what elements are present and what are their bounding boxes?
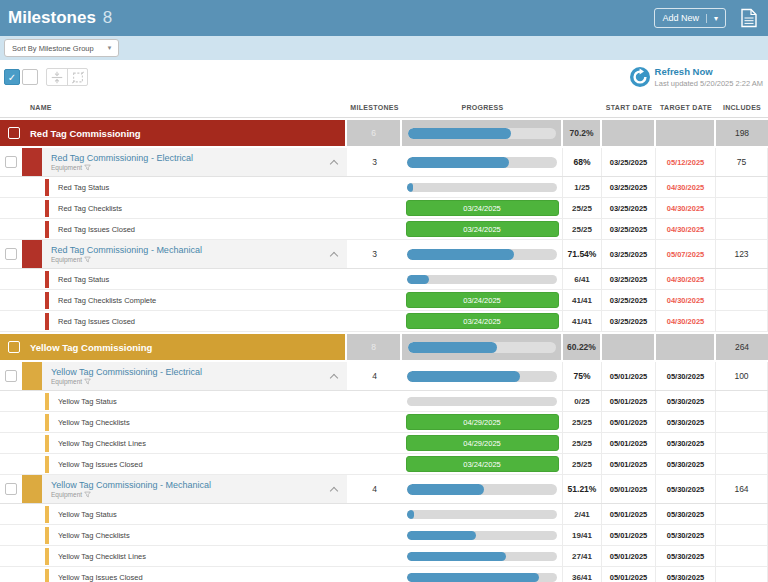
milestone-includes-cell [716, 567, 768, 582]
page-title: Milestones [8, 8, 96, 28]
subgroup-name-link[interactable]: Yellow Tag Commissioning - Mechanical [51, 480, 321, 490]
subgroup-target-date-cell: 05/30/2025 [656, 475, 716, 503]
sort-bar: Sort By Milestone Group ▾ [0, 36, 768, 60]
subgroup-name-link[interactable]: Red Tag Commissioning - Mechanical [51, 245, 321, 255]
subgroup-name-link[interactable]: Yellow Tag Commissioning - Electrical [51, 367, 321, 377]
milestone-fraction: 25/25 [572, 225, 592, 234]
milestone-complete-date: 04/29/2025 [463, 418, 501, 427]
group-checkbox[interactable] [8, 341, 20, 353]
milestone-target-date-cell: 05/30/2025 [656, 433, 716, 453]
group-start-date-cell [602, 334, 656, 360]
milestone-total-count: 8 [103, 8, 112, 28]
milestone-ms-cell [347, 567, 402, 582]
milestone-start-date-cell: 03/25/2025 [602, 269, 656, 289]
milestone-progress-cell: 04/29/2025 [402, 433, 563, 453]
milestone-progress-cell: 03/24/2025 [402, 198, 563, 218]
milestone-fraction: 25/25 [572, 439, 592, 448]
milestone-color-marker [45, 414, 49, 431]
milestone-progress-cell [402, 525, 563, 545]
selection-controls: ✓ [4, 68, 88, 86]
collapse-subgroup-button[interactable] [321, 148, 347, 176]
milestone-target-date: 05/30/2025 [667, 573, 705, 582]
export-report-icon[interactable] [740, 8, 758, 28]
milestone-color-marker [45, 456, 49, 473]
milestone-fraction: 6/41 [574, 275, 590, 284]
funnel-icon [84, 256, 91, 263]
refresh-now-label: Refresh Now [655, 66, 763, 77]
milestone-includes-cell [716, 177, 768, 197]
column-header-target-date: TARGET DATE [656, 104, 716, 111]
collapse-subgroup-button[interactable] [321, 240, 347, 268]
subgroup-start-date: 03/25/2025 [610, 250, 648, 259]
subgroup-row: Yellow Tag Commissioning - Electrical Eq… [0, 362, 768, 391]
subgroup-checkbox[interactable] [5, 483, 17, 495]
group-milestones-cell: 6 [347, 120, 402, 146]
select-all-checkbox[interactable]: ✓ [4, 69, 20, 85]
collapse-subgroup-button[interactable] [321, 475, 347, 503]
milestone-target-date: 05/30/2025 [667, 552, 705, 561]
toolbar: ✓ [0, 60, 768, 98]
milestone-color-marker [45, 569, 49, 582]
milestone-fraction: 19/41 [572, 531, 592, 540]
milestone-target-date-cell: 05/30/2025 [656, 454, 716, 474]
deselect-all-checkbox[interactable] [22, 69, 38, 85]
add-new-button[interactable]: Add New ▾ [654, 8, 726, 28]
equipment-filter[interactable]: Equipment [51, 164, 321, 171]
milestone-includes-cell [716, 311, 768, 331]
milestone-ms-cell [347, 311, 402, 331]
milestone-row: Red Tag Issues Closed 03/24/2025 25/25 0… [0, 219, 768, 240]
milestone-name: Yellow Tag Status [58, 510, 117, 519]
refresh-control[interactable]: Refresh Now Last updated 5/20/2025 2:22 … [630, 66, 763, 88]
group-name-cell[interactable]: Red Tag Commissioning [0, 120, 347, 146]
subgroup-milestone-count: 4 [372, 371, 377, 381]
milestone-complete-pill: 03/24/2025 [406, 292, 559, 308]
group-name: Yellow Tag Commissioning [30, 342, 152, 353]
milestone-progress-cell [402, 177, 563, 197]
collapse-subgroup-button[interactable] [321, 362, 347, 390]
subgroup-checkbox[interactable] [5, 156, 17, 168]
equipment-filter[interactable]: Equipment [51, 491, 321, 498]
milestone-complete-date: 03/24/2025 [463, 225, 501, 234]
equipment-filter[interactable]: Equipment [51, 378, 321, 385]
milestone-start-date: 05/01/2025 [610, 510, 648, 519]
collapse-rows-icon[interactable] [47, 69, 67, 85]
milestone-ms-cell [347, 504, 402, 524]
sort-dropdown[interactable]: Sort By Milestone Group ▾ [4, 39, 119, 57]
milestone-ms-cell [347, 290, 402, 310]
subgroup-percent-cell: 75% [563, 362, 602, 390]
equipment-filter[interactable]: Equipment [51, 256, 321, 263]
milestone-fraction: 41/41 [572, 317, 592, 326]
subgroup-checkbox-gutter [0, 475, 22, 503]
milestone-color-marker [45, 221, 49, 238]
milestone-fraction-cell: 41/41 [563, 290, 602, 310]
milestone-start-date: 05/01/2025 [610, 531, 648, 540]
milestone-complete-pill: 03/24/2025 [406, 221, 559, 237]
subgroup-start-date-cell: 05/01/2025 [602, 475, 656, 503]
milestone-start-date: 05/01/2025 [610, 460, 648, 469]
expand-rows-icon[interactable] [67, 69, 87, 85]
page-header: Milestones 8 Add New ▾ [0, 0, 768, 36]
caret-down-icon: ▾ [706, 14, 718, 23]
milestone-ms-cell [347, 177, 402, 197]
subgroup-checkbox[interactable] [5, 248, 17, 260]
milestone-target-date-cell: 05/30/2025 [656, 525, 716, 545]
milestone-target-date-cell: 05/30/2025 [656, 412, 716, 432]
milestone-fraction: 25/25 [572, 460, 592, 469]
milestone-target-date: 04/30/2025 [667, 204, 705, 213]
milestone-complete-pill: 03/24/2025 [406, 200, 559, 216]
milestone-start-date-cell: 03/25/2025 [602, 198, 656, 218]
subgroup-checkbox[interactable] [5, 370, 17, 382]
group-checkbox[interactable] [8, 127, 20, 139]
subgroup-name-link[interactable]: Red Tag Commissioning - Electrical [51, 153, 321, 163]
group-name-cell[interactable]: Yellow Tag Commissioning [0, 334, 347, 360]
milestone-table-body: Red Tag Commissioning 6 70.2% 198 Red Ta… [0, 120, 768, 582]
milestone-includes-cell [716, 219, 768, 239]
milestone-fraction: 25/25 [572, 418, 592, 427]
milestone-includes-cell [716, 198, 768, 218]
milestone-name: Red Tag Issues Closed [58, 317, 135, 326]
milestone-progress-cell: 04/29/2025 [402, 412, 563, 432]
subgroup-text: Red Tag Commissioning - Electrical Equip… [42, 148, 321, 176]
milestone-fraction-cell: 25/25 [563, 412, 602, 432]
milestone-start-date: 03/25/2025 [610, 183, 648, 192]
subgroup-milestones-cell: 3 [347, 240, 402, 268]
